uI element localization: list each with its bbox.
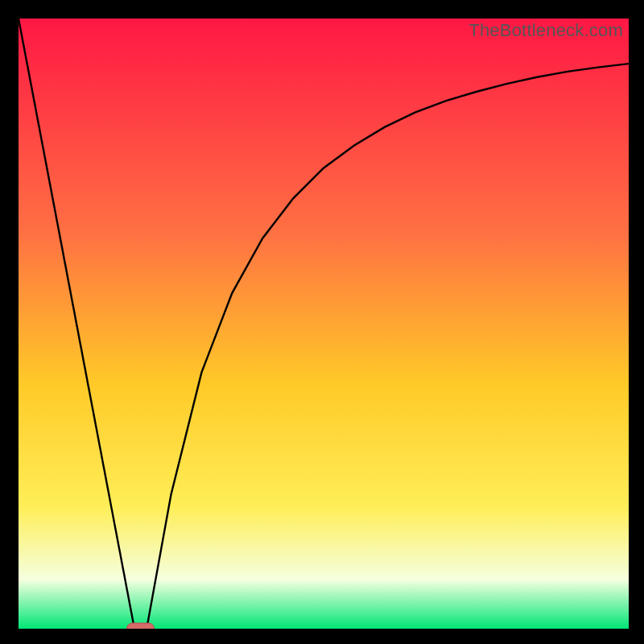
gradient-bg — [19, 19, 629, 629]
chart-container: TheBottleneck.com — [0, 0, 644, 644]
plot-area — [19, 19, 629, 629]
minimum-marker — [127, 623, 155, 629]
watermark-text: TheBottleneck.com — [469, 20, 623, 41]
chart-svg — [19, 19, 629, 629]
